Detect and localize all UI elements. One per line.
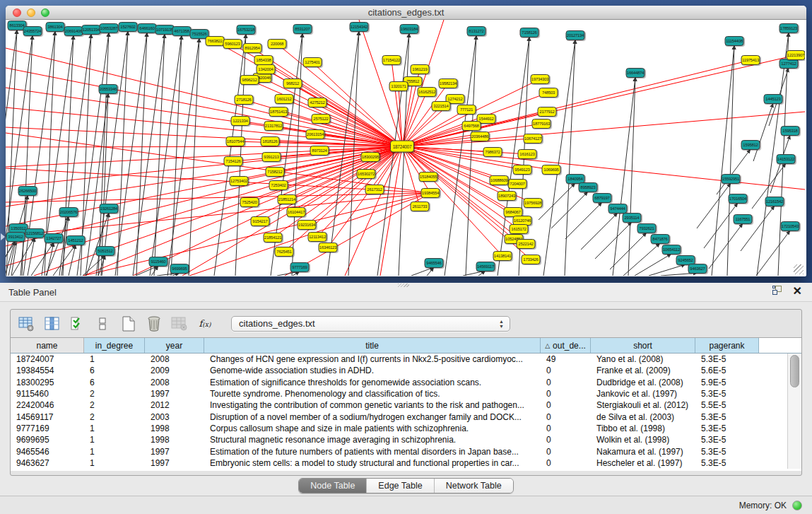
graph-node[interactable]: 4671358 <box>172 26 192 36</box>
graph-node[interactable]: 2522142 <box>517 239 536 249</box>
graph-node[interactable]: 18724007 <box>390 141 414 153</box>
table-cell[interactable]: 1997 <box>145 457 204 469</box>
table-scrollbar[interactable] <box>787 354 801 469</box>
graph-node[interactable]: 7158126 <box>520 28 539 37</box>
table-cell[interactable]: 5.9E-5 <box>695 377 759 388</box>
graph-node[interactable]: 6497568 <box>462 121 481 131</box>
graph-node[interactable]: 20553346 <box>99 84 118 94</box>
show-columns-icon[interactable] <box>43 315 61 333</box>
graph-node[interactable]: 19603184 <box>400 24 419 34</box>
graph-node[interactable]: 14569117 <box>476 262 495 271</box>
graph-node[interactable]: 17016504 <box>729 194 748 204</box>
table-cell[interactable]: 18300295 <box>11 377 84 388</box>
table-cell[interactable]: 1997 <box>145 445 204 457</box>
table-cell[interactable]: Estimation of the future numbers of pati… <box>204 445 541 457</box>
table-cell[interactable]: 9115460 <box>11 388 84 399</box>
graph-node[interactable]: 7525420 <box>240 197 259 207</box>
table-row[interactable]: 969969511998Structural magnetic resonanc… <box>11 434 801 445</box>
table-cell[interactable]: 5.5E-5 <box>695 399 759 411</box>
graph-node[interactable]: 9463627 <box>688 264 707 274</box>
memory-status-indicator[interactable] <box>792 501 802 510</box>
graph-node[interactable]: 2177912 <box>538 107 557 117</box>
graph-node[interactable]: 7158212 <box>266 167 285 177</box>
graph-node[interactable]: 9465546 <box>425 258 444 268</box>
graph-node[interactable]: 2935114 <box>623 213 642 223</box>
graph-node[interactable]: 8973124 <box>310 146 329 156</box>
graph-node[interactable]: 19231634 <box>298 220 317 230</box>
column-header-title[interactable]: title <box>204 338 541 353</box>
graph-node[interactable]: 20206576 <box>59 207 78 217</box>
graph-node[interactable]: 7253402 <box>269 180 288 190</box>
column-header-short[interactable]: short <box>591 338 695 353</box>
network-window-titlebar[interactable]: citations_edges.txt <box>6 6 806 20</box>
table-row[interactable]: 2242004622012Investigating the contribut… <box>11 399 801 411</box>
scrollbar-thumb[interactable] <box>790 355 799 387</box>
column-header-pagerank[interactable]: pagerank <box>695 338 759 353</box>
graph-node[interactable]: 9896212 <box>240 75 259 85</box>
table-row[interactable]: 1872400712008Changes of HCN gene express… <box>11 354 801 365</box>
table-cell[interactable]: 0 <box>541 434 591 445</box>
table-cell[interactable]: 2 <box>84 411 145 422</box>
delete-table-icon[interactable] <box>145 315 163 333</box>
graph-node[interactable]: 19261284 <box>100 204 119 214</box>
graph-node[interactable]: 8531207 <box>293 24 312 34</box>
graph-node[interactable]: 1275401 <box>303 57 322 67</box>
table-cell[interactable]: 2012 <box>145 399 204 411</box>
graph-node[interactable]: 20691406 <box>64 26 83 36</box>
graph-node[interactable]: 10653287 <box>100 23 119 33</box>
graph-node[interactable]: 777121 <box>457 105 476 115</box>
table-settings-icon[interactable] <box>18 315 36 333</box>
tab-network-table[interactable]: Network Table <box>435 479 513 493</box>
graph-node[interactable]: 14153122 <box>777 154 796 164</box>
graph-node[interactable]: 10674127 <box>524 134 543 144</box>
table-cell[interactable]: Estimation of significance thresholds fo… <box>204 377 541 388</box>
graph-node[interactable]: 7986372 <box>483 147 502 157</box>
table-cell[interactable]: 6 <box>84 377 145 388</box>
graph-node[interactable]: 17154122 <box>382 55 401 65</box>
column-header-year[interactable]: year <box>145 338 204 353</box>
graph-node[interactable]: 8131272 <box>467 26 486 36</box>
graph-node[interactable]: 18907243 <box>498 191 517 201</box>
graph-node[interactable]: 8958923 <box>579 182 598 192</box>
network-window[interactable]: citations_edges.txt 86133042435572438613… <box>6 6 806 276</box>
graph-node[interactable]: 26266500 <box>18 186 37 196</box>
table-cell[interactable]: 49 <box>541 354 591 365</box>
table-cell[interactable]: 2009 <box>145 365 204 376</box>
graph-node[interactable]: 9154217 <box>251 216 270 226</box>
column-header-name[interactable]: name <box>11 338 84 353</box>
graph-node[interactable]: 7154126 <box>224 156 243 166</box>
table-selector-dropdown[interactable]: citations_edges.txt ▲▼ <box>231 316 510 332</box>
graph-node[interactable]: 1601212 <box>275 94 294 104</box>
table-cell[interactable]: 5.3E-5 <box>695 423 759 434</box>
table-row[interactable]: 946362711997Embryonic stem cells: a mode… <box>11 457 801 469</box>
table-row[interactable]: 1456911722003Disruption of a novel membe… <box>11 411 801 422</box>
graph-node[interactable]: 2718126 <box>235 95 254 105</box>
graph-node[interactable]: 9699695 <box>170 264 189 274</box>
table-cell[interactable]: Stergiakouli et al. (2012) <box>591 399 695 411</box>
close-panel-icon[interactable]: ✕ <box>793 286 802 296</box>
graph-node[interactable]: 17210543 <box>781 221 800 231</box>
table-cell[interactable]: 0 <box>541 365 591 376</box>
graph-node[interactable]: 968212 <box>283 78 302 88</box>
table-cell[interactable]: Nakamura et al. (1997) <box>591 445 695 457</box>
graph-node[interactable]: 18107544 <box>226 136 245 146</box>
graph-node[interactable]: 19384554 <box>421 188 440 198</box>
table-cell[interactable]: 1 <box>84 354 145 365</box>
graph-node[interactable]: 12753402 <box>230 176 249 186</box>
table-cell[interactable]: Disruption of a novel member of a sodium… <box>204 411 541 422</box>
table-cell[interactable]: Changes of HCN gene expression and I(f) … <box>204 354 541 365</box>
table-cell[interactable]: 2008 <box>145 377 204 388</box>
graph-node[interactable]: 12051334 <box>82 25 101 35</box>
graph-node[interactable]: 5960123 <box>223 39 242 49</box>
table-cell[interactable]: Investigating the contribution of common… <box>204 399 541 411</box>
graph-node[interactable]: 10719135 <box>155 25 175 35</box>
tab-edge-table[interactable]: Edge Table <box>367 479 434 493</box>
column-header-out_de[interactable]: △out_de... <box>541 338 591 353</box>
table-cell[interactable]: Hescheler et al. (1997) <box>591 457 695 469</box>
table-row[interactable]: 1830029562008Estimation of significance … <box>11 377 801 388</box>
table-cell[interactable]: Dudbridge et al. (2008) <box>591 377 695 388</box>
graph-node[interactable]: 15184055 <box>419 172 438 182</box>
graph-node[interactable]: 8912954 <box>243 43 262 53</box>
table-cell[interactable]: 5.3E-5 <box>695 354 759 365</box>
graph-node[interactable]: 7932621 <box>637 223 657 233</box>
